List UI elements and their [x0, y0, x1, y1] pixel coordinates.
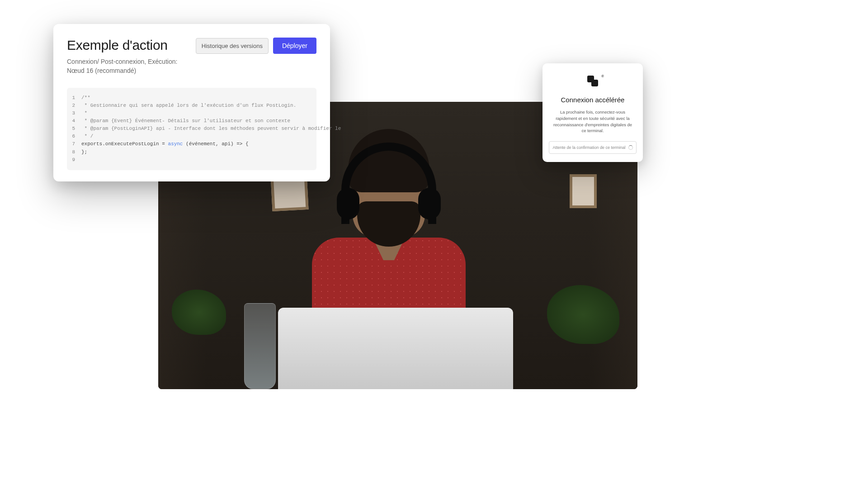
logo-icon: ®: [586, 74, 599, 88]
registered-mark: ®: [601, 74, 604, 78]
code-line: 5 * @param {PostLoginAPI} api - Interfac…: [71, 125, 312, 133]
line-number: 6: [71, 133, 81, 140]
code-line: 4 * @param {Event} Événement- Détails su…: [71, 117, 312, 125]
login-status-text: Attente de la confirmation de ce termina…: [552, 145, 625, 150]
line-content: exports.onExecutePostLogin = async (évén…: [81, 140, 249, 148]
code-subtitle: Connexion/ Post-connexion, Exécution: Nœ…: [67, 57, 184, 75]
line-content: };: [81, 148, 87, 156]
line-number: 5: [71, 125, 81, 133]
code-line: 9: [71, 156, 312, 164]
code-title: Exemple d'action: [67, 38, 168, 53]
deploy-button[interactable]: Déployer: [273, 38, 316, 54]
line-number: 9: [71, 156, 81, 164]
code-line: 8};: [71, 148, 312, 156]
login-title: Connexion accélérée: [549, 96, 637, 104]
line-content: /**: [81, 94, 90, 102]
code-editor-card: Exemple d'action Historique des versions…: [53, 24, 330, 181]
line-number: 7: [71, 140, 81, 148]
login-description: La prochaine fois, connectez-vous rapide…: [549, 109, 637, 134]
code-line: 3 *: [71, 110, 312, 117]
code-line: 6 * /: [71, 133, 312, 140]
code-line: 1/**: [71, 94, 312, 102]
login-status-box: Attente de la confirmation de ce termina…: [549, 141, 637, 154]
code-block[interactable]: 1/**2 * Gestionnaire qui sera appelé lor…: [67, 88, 316, 170]
version-history-button[interactable]: Historique des versions: [196, 38, 269, 54]
line-content: *: [81, 110, 87, 117]
code-actions: Historique des versions Déployer: [196, 38, 316, 54]
code-header: Exemple d'action Historique des versions…: [67, 38, 316, 54]
spinner-icon: [628, 145, 633, 150]
line-content: * Gestionnaire qui sera appelé lors de l…: [81, 102, 296, 110]
brand-logo: ®: [549, 74, 637, 89]
line-number: 8: [71, 148, 81, 156]
line-number: 2: [71, 102, 81, 110]
code-line: 2 * Gestionnaire qui sera appelé lors de…: [71, 102, 312, 110]
line-content: * @param {PostLoginAPI} api - Interface …: [81, 125, 341, 133]
line-number: 4: [71, 117, 81, 125]
line-content: * /: [81, 133, 93, 140]
code-line: 7exports.onExecutePostLogin = async (évé…: [71, 140, 312, 148]
line-content: * @param {Event} Événement- Détails sur …: [81, 117, 290, 125]
login-modal: ® Connexion accélérée La prochaine fois,…: [542, 63, 643, 162]
line-number: 1: [71, 94, 81, 102]
line-number: 3: [71, 110, 81, 117]
